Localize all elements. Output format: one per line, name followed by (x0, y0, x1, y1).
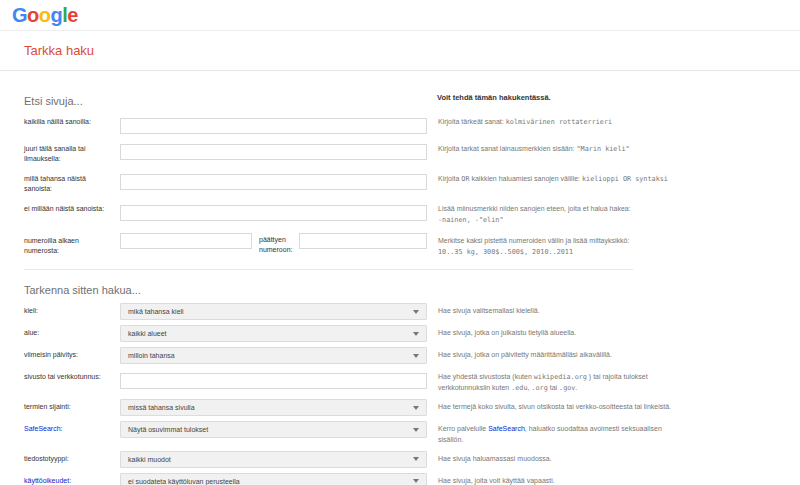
hint-segment: Merkitse kaksi pistettä numeroiden välii… (438, 237, 629, 244)
hint-segment: Kirjoita tarkat sanat lainausmerkkien si… (438, 145, 577, 152)
chevron-down-icon (413, 479, 419, 483)
chevron-down-icon (413, 457, 419, 461)
hint-code: .org (531, 384, 547, 392)
language-label: kieli: (24, 303, 120, 316)
select-value: ei suodateta käyttöluvan perusteella (128, 478, 240, 485)
hint-code: .gov (559, 384, 575, 392)
last-update-select[interactable]: milloin tahansa (120, 347, 427, 364)
all-words-input[interactable] (120, 118, 427, 134)
form-row: alue: kaikki alueet Hae sivuja, jotka on… (24, 325, 776, 342)
hint-text: Kirjoita OR kaikkien haluamiesi sanojen … (438, 171, 678, 185)
region-select[interactable]: kaikki alueet (120, 325, 427, 342)
hint-text: Kirjoita tärkeät sanat: kolmivärinen rot… (438, 114, 678, 128)
language-select[interactable]: mikä tahansa kieli (120, 303, 427, 320)
terms-location-select[interactable]: missä tahansa sivulla (120, 399, 427, 416)
hint-text: Hae yhdestä sivustosta (kuten wikipedia.… (438, 369, 678, 394)
select-value: milloin tahansa (128, 352, 175, 359)
google-logo[interactable]: Google (12, 4, 78, 27)
form-row: ei millään näistä sanoista: Lisää miinus… (24, 201, 776, 226)
hint-text: Kirjoita tarkat sanat lainausmerkkien si… (438, 141, 678, 155)
exact-phrase-input[interactable] (120, 144, 427, 160)
form-row: kaikilla näillä sanoilla: Kirjoita tärke… (24, 114, 776, 134)
hint-segment: Hae sivuja, jotka on julkaistu tietyllä … (438, 329, 576, 336)
number-to-label: päättyen numeroon: (252, 233, 299, 255)
form-row: numeroilla alkaen numerosta: päättyen nu… (24, 233, 776, 258)
hint-text: Hae sivuja, joita voit käyttää vapaasti. (438, 473, 678, 485)
filetype-select[interactable]: kaikki muodot (120, 451, 427, 468)
hint-segment: Kirjoita (438, 175, 461, 182)
hint-text: Hae sivuja, jotka on julkaistu tietyllä … (438, 325, 678, 339)
hint-code: OR (461, 175, 469, 183)
advanced-search-form: Etsi sivuja... Voit tehdä tämän hakukent… (0, 71, 800, 485)
hint-code: kolmivärinen rottaterrieri (506, 118, 612, 126)
form-row: viimeisin päivitys: milloin tahansa Hae … (24, 347, 776, 364)
hint-segment: Hae yhdestä sivustosta (kuten (438, 373, 534, 380)
filetype-label: tiedostotyyppi: (24, 451, 120, 464)
none-words-input[interactable] (120, 205, 427, 221)
logo-letter: o (39, 4, 51, 26)
hint-segment: Kerro palvelulle (438, 425, 488, 432)
none-words-label: ei millään näistä sanoista: (24, 201, 120, 214)
any-words-input[interactable] (120, 174, 427, 190)
form-row: SafeSearch: Näytä osuvimmat tulokset Ker… (24, 421, 776, 446)
hint-text: Kerro palvelulle SafeSearch, haluatko su… (438, 421, 678, 446)
hint-segment: tai (548, 384, 559, 391)
form-row: juuri tällä sanalla tai ilmauksella: Kir… (24, 141, 776, 164)
all-words-label: kaikilla näillä sanoilla: (24, 114, 120, 127)
hint-segment: Lisää miinusmerkki niiden sanojen eteen,… (438, 205, 631, 212)
hints-heading: Voit tehdä tämän hakukentässä. (437, 93, 551, 102)
hint-segment: . (575, 384, 577, 391)
hint-segment: Hae sivuja, joita voit käyttää vapaasti. (438, 477, 555, 484)
hint-segment: Hae sivuja haluamassasi muodossa. (438, 455, 552, 462)
safesearch-label-link[interactable]: SafeSearch: (24, 425, 63, 432)
hint-code: 10..35 kg, 300$..500$, 2010..2011 (438, 248, 573, 256)
site-domain-label: sivusto tai verkkotunnus: (24, 369, 120, 382)
hint-code: kielioppi OR syntaksi (582, 175, 668, 183)
top-header: Google (0, 0, 800, 31)
chevron-down-icon (413, 354, 419, 358)
number-from-input[interactable] (120, 233, 252, 249)
form-row: käyttöoikeudet: ei suodateta käyttöluvan… (24, 473, 776, 485)
logo-letter: G (12, 4, 27, 26)
select-value: kaikki alueet (128, 330, 167, 337)
form-row: millä tahansa näistä sanoista: Kirjoita … (24, 171, 776, 194)
chevron-down-icon (413, 406, 419, 410)
form-row: kieli: mikä tahansa kieli Hae sivuja val… (24, 303, 776, 320)
hint-segment: kaikkien haluamiesi sanojen välille: (470, 175, 582, 182)
hint-code: -nainen, -"elin" (438, 216, 503, 224)
any-words-label: millä tahansa näistä sanoista: (24, 171, 120, 194)
select-value: Näytä osuvimmat tulokset (128, 426, 208, 433)
page-title: Tarkka haku (24, 43, 94, 58)
number-to-input[interactable] (299, 233, 427, 249)
hint-code: "Marin kieli" (577, 145, 630, 153)
section-divider (24, 269, 633, 270)
site-domain-input[interactable] (120, 373, 427, 389)
select-value: mikä tahansa kieli (128, 308, 184, 315)
hint-text: Hae termejä koko sivulta, sivun otsikost… (438, 399, 678, 413)
hint-segment: Kirjoita tärkeät sanat: (438, 118, 506, 125)
form-row: sivusto tai verkkotunnus: Hae yhdestä si… (24, 369, 776, 394)
hint-segment: Hae termejä koko sivulta, sivun otsikost… (438, 403, 671, 410)
hint-code: wikipedia.org (534, 373, 587, 381)
find-pages-heading: Etsi sivuja... (24, 95, 83, 107)
hint-text: Hae sivuja valitsemallasi kielellä. (438, 303, 678, 317)
last-update-label: viimeisin päivitys: (24, 347, 120, 360)
safesearch-hint-link[interactable]: SafeSearch (488, 425, 525, 432)
numbers-range-label: numeroilla alkaen numerosta: (24, 233, 120, 256)
usage-rights-select[interactable]: ei suodateta käyttöluvan perusteella (120, 473, 427, 485)
logo-letter: o (27, 4, 39, 26)
select-value: kaikki muodot (128, 456, 171, 463)
region-label: alue: (24, 325, 120, 338)
hint-text: Merkitse kaksi pistettä numeroiden välii… (438, 233, 678, 258)
hint-segment: Hae sivuja valitsemallasi kielellä. (438, 307, 540, 314)
chevron-down-icon (413, 428, 419, 432)
hint-text: Hae sivuja haluamassasi muodossa. (438, 451, 678, 465)
exact-phrase-label: juuri tällä sanalla tai ilmauksella: (24, 141, 120, 164)
chevron-down-icon (413, 332, 419, 336)
usage-rights-label-link[interactable]: käyttöoikeudet: (24, 477, 71, 484)
chevron-down-icon (413, 310, 419, 314)
safesearch-select[interactable]: Näytä osuvimmat tulokset (120, 421, 427, 438)
narrow-results-heading: Tarkenna sitten hakua... (24, 284, 141, 296)
hint-text: Hae sivuja, jotka on päivitetty määrittä… (438, 347, 678, 361)
form-row: termien sijainti: missä tahansa sivulla … (24, 399, 776, 416)
